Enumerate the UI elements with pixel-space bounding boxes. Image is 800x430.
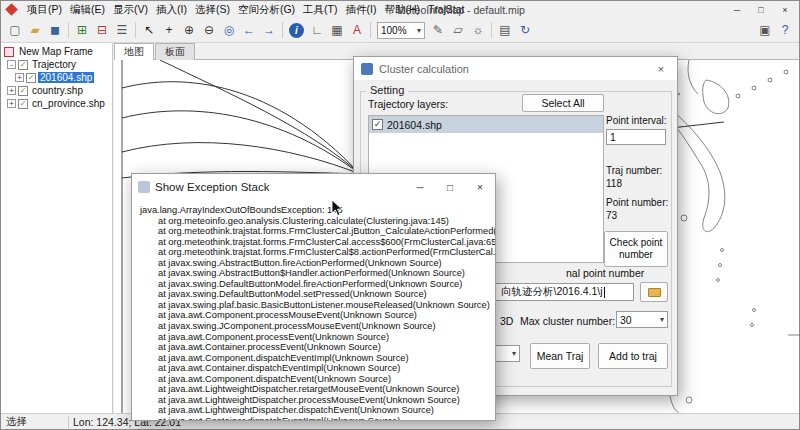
stack-trace-line: at javax.swing.DefaultButtonModel.setPre… bbox=[140, 289, 493, 300]
add-layer-icon[interactable]: ⊞ bbox=[72, 20, 92, 40]
exception-dialog-controls: ─ □ × bbox=[405, 174, 495, 200]
select-all-button[interactable]: Select All bbox=[522, 94, 604, 112]
refresh-icon[interactable]: ↻ bbox=[515, 20, 535, 40]
legend-layer-201604.shp[interactable]: +✓201604.shp bbox=[1, 71, 112, 84]
layer-visibility-checkbox[interactable]: ✓ bbox=[18, 60, 28, 70]
toolbar-separator bbox=[370, 22, 371, 38]
stack-trace-line: at java.awt.Container.processEvent(Unkno… bbox=[140, 342, 493, 353]
menu-item-帮助(H)[interactable]: 帮助(H) bbox=[380, 1, 424, 18]
menu-item-编辑(E)[interactable]: 编辑(E) bbox=[66, 1, 109, 18]
toolbar-separator bbox=[135, 22, 136, 38]
text-caret bbox=[604, 287, 605, 298]
stack-trace-line: at org.meteothink.trajstat.forms.FrmClus… bbox=[140, 247, 493, 258]
remove-layer-icon[interactable]: ⊟ bbox=[92, 20, 112, 40]
menu-item-选择(S)[interactable]: 选择(S) bbox=[191, 1, 234, 18]
zoom-out-icon[interactable]: ⊖ bbox=[199, 20, 219, 40]
equal-point-number-label-fragment: nal point number bbox=[566, 267, 644, 279]
open-folder-icon[interactable]: ▰ bbox=[25, 20, 45, 40]
map-frame-icon bbox=[4, 47, 14, 57]
layout-icon[interactable]: ▤ bbox=[495, 20, 515, 40]
stack-trace-line: at javax.swing.AbstractButton$Handler.ac… bbox=[140, 268, 493, 279]
prev-extent-icon[interactable]: ← bbox=[239, 20, 259, 40]
stack-trace-line: at java.awt.Container.dispatchEventImpl(… bbox=[140, 363, 493, 374]
menu-item-项目(P)[interactable]: 项目(P) bbox=[23, 1, 66, 18]
legend-layer-country.shp[interactable]: +✓country.shp bbox=[1, 84, 112, 97]
check-point-number-button[interactable]: Check point number bbox=[604, 231, 668, 267]
next-extent-icon[interactable]: → bbox=[259, 20, 279, 40]
menu-item-工具(T)[interactable]: 工具(T) bbox=[299, 1, 341, 18]
tab-map[interactable]: 地图 bbox=[114, 43, 154, 60]
toolbar-group-far: ▣? bbox=[755, 20, 795, 40]
browse-button[interactable] bbox=[640, 282, 668, 302]
label-icon[interactable]: A bbox=[347, 20, 367, 40]
zoom-in-icon[interactable]: ⊕ bbox=[179, 20, 199, 40]
exception-stack-trace: java.lang.ArrayIndexOutOfBoundsException… bbox=[132, 200, 495, 420]
stack-trace-line: java.lang.ArrayIndexOutOfBoundsException… bbox=[140, 205, 493, 216]
pan-icon[interactable]: + bbox=[159, 20, 179, 40]
menu-item-空间分析(G)[interactable]: 空间分析(G) bbox=[234, 1, 299, 18]
save-icon[interactable]: ◼ bbox=[45, 20, 65, 40]
settings-icon[interactable]: ☼ bbox=[468, 20, 488, 40]
zoom-combo[interactable]: 100% ▾ bbox=[377, 22, 425, 39]
layer-visibility-checkbox[interactable]: ✓ bbox=[18, 99, 28, 109]
select-arrow-icon[interactable]: ↖ bbox=[139, 20, 159, 40]
layer-item-checkbox[interactable]: ✓ bbox=[372, 119, 383, 130]
menu-item-插件(I)[interactable]: 插件(I) bbox=[342, 1, 381, 18]
app-logo-icon bbox=[5, 3, 18, 16]
max-cluster-number-label: Max cluster number: bbox=[520, 315, 615, 327]
help-icon[interactable]: ? bbox=[775, 20, 795, 40]
legend-layer-Trajectory[interactable]: -✓Trajectory bbox=[1, 58, 112, 71]
stack-trace-line: at java.awt.LightweightDispatcher.dispat… bbox=[140, 405, 493, 416]
point-interval-input[interactable]: 1 bbox=[606, 129, 666, 145]
maximize-icon[interactable]: □ bbox=[435, 174, 465, 200]
minimize-icon[interactable]: ─ bbox=[725, 1, 749, 18]
menu-item-插入(I)[interactable]: 插入(I) bbox=[152, 1, 191, 18]
menu-item-TrajStat[interactable]: TrajStat bbox=[424, 1, 468, 18]
cluster-dialog-titlebar[interactable]: Cluster calculation × bbox=[354, 57, 677, 81]
status-separator bbox=[68, 416, 69, 428]
stack-trace-line: at java.awt.LightweightDispatcher.retarg… bbox=[140, 384, 493, 395]
new-file-icon[interactable]: ▢ bbox=[5, 20, 25, 40]
layer-visibility-checkbox[interactable]: ✓ bbox=[18, 86, 28, 96]
chevron-down-icon: ▾ bbox=[512, 349, 516, 358]
toolbar: ▢▰◼⊞⊟☰↖+⊕⊖◎←→i∟▦A 100% ▾ ✎▱☼▤↻ ▣? bbox=[1, 18, 799, 43]
stack-trace-line: at javax.swing.plaf.basic.BasicButtonLis… bbox=[140, 300, 493, 311]
collapse-icon[interactable]: - bbox=[7, 60, 16, 69]
maximize-icon[interactable]: □ bbox=[749, 1, 773, 18]
toolbar-separator bbox=[282, 22, 283, 38]
cluster-dialog-close-icon[interactable]: × bbox=[645, 57, 677, 81]
add-to-traj-button[interactable]: Add to traj bbox=[598, 343, 668, 369]
exception-dialog-titlebar[interactable]: Show Exception Stack ─ □ × bbox=[132, 174, 495, 200]
attribute-table-icon[interactable]: ▦ bbox=[327, 20, 347, 40]
mean-traj-button[interactable]: Mean Traj bbox=[530, 343, 590, 369]
identify-icon[interactable]: i bbox=[289, 23, 304, 38]
expand-icon[interactable]: + bbox=[15, 73, 24, 82]
layer-list-item[interactable]: ✓ 201604.shp bbox=[369, 116, 603, 133]
edit-icon[interactable]: ✎ bbox=[428, 20, 448, 40]
expand-icon[interactable]: + bbox=[7, 86, 16, 95]
full-extent-icon[interactable]: ◎ bbox=[219, 20, 239, 40]
layers-icon[interactable]: ☰ bbox=[112, 20, 132, 40]
close-icon[interactable]: × bbox=[773, 1, 797, 18]
trajectory-layers-label: Trajectory layers: bbox=[368, 98, 448, 110]
close-icon[interactable]: × bbox=[465, 174, 495, 200]
app-window: 项目(P)编辑(E)显示(V)插入(I)选择(S)空间分析(G)工具(T)插件(… bbox=[0, 0, 800, 430]
layer-label: Trajectory bbox=[30, 59, 78, 70]
menu-item-显示(V)[interactable]: 显示(V) bbox=[109, 1, 152, 18]
minimize-icon[interactable]: ─ bbox=[405, 174, 435, 200]
cluster-number-combo[interactable]: ▾ bbox=[492, 345, 520, 362]
expand-icon[interactable]: + bbox=[7, 99, 16, 108]
layer-visibility-checkbox[interactable]: ✓ bbox=[26, 73, 36, 83]
max-cluster-number-combo[interactable]: 30 ▾ bbox=[616, 311, 668, 328]
polygon-icon[interactable]: ▱ bbox=[448, 20, 468, 40]
cluster-dialog-title: Cluster calculation bbox=[379, 63, 469, 75]
measure-icon[interactable]: ∟ bbox=[307, 20, 327, 40]
legend-map-frame[interactable]: New Map Frame bbox=[1, 45, 112, 58]
tab-layout[interactable]: 板面 bbox=[155, 43, 195, 60]
layer-label: country.shp bbox=[30, 85, 85, 96]
legend-layer-cn_province.shp[interactable]: +✓cn_province.shp bbox=[1, 97, 112, 110]
setting-group-label: Setting bbox=[366, 84, 408, 96]
layer-label: cn_province.shp bbox=[30, 98, 107, 109]
grid-icon[interactable]: ▣ bbox=[755, 20, 775, 40]
stack-trace-line: at java.awt.Component.dispatchEvent(Unkn… bbox=[140, 374, 493, 385]
